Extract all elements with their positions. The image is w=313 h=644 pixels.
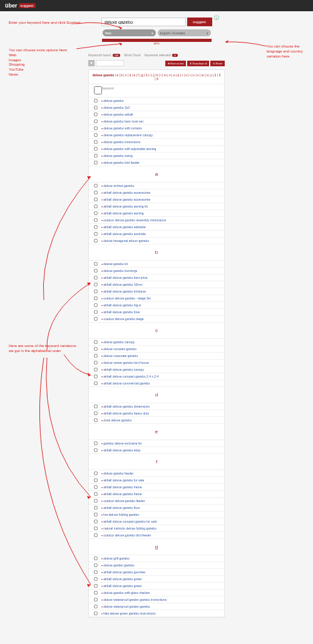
keyword-checkbox[interactable]: [94, 218, 98, 222]
keyword-link[interactable]: deluxe gazebo with curtains: [101, 126, 142, 130]
suggest-button[interactable]: suggest: [187, 18, 212, 26]
keyword-checkbox[interactable]: [94, 113, 98, 116]
keyword-checkbox[interactable]: [94, 340, 98, 344]
info-icon[interactable]: ⓘ: [214, 14, 219, 21]
keyword-checkbox[interactable]: [94, 448, 98, 452]
keyword-link[interactable]: kra deluxe folding gazebo: [101, 513, 139, 516]
keyword-link[interactable]: airball deluxe gazebo gutter: [101, 577, 142, 581]
keyword-checkbox[interactable]: [94, 126, 98, 130]
keyword-checkbox[interactable]: [94, 584, 98, 588]
keyword-link[interactable]: deluxe gazebo replacement canopy: [101, 133, 153, 137]
keyword-checkbox[interactable]: [94, 204, 98, 208]
keyword-link[interactable]: airball deluxe gazebo awning kit: [101, 204, 148, 208]
keyword-link[interactable]: deluxe gazebo canopy: [101, 340, 135, 344]
download-button[interactable]: ⬇ Download all: [187, 61, 209, 66]
tab-wordcloud[interactable]: Word Cloud: [124, 53, 140, 57]
keyword-link[interactable]: deluxe gazebo bunnings: [101, 269, 137, 273]
language-dropdown[interactable]: English / Australia▾: [158, 29, 211, 36]
keyword-checkbox[interactable]: [94, 526, 98, 530]
keyword-link[interactable]: deluxe hexagonal arbour gazebo: [101, 239, 149, 243]
keyword-link[interactable]: deluxe gazebo 3x3: [101, 106, 130, 109]
keyword-checkbox[interactable]: [94, 471, 98, 475]
alpha-nav[interactable]: deluxe gazebo | a | b | c | d | e | f | …: [89, 70, 224, 84]
keyword-link[interactable]: deluxe gazebo: [101, 99, 124, 103]
filter-input[interactable]: [96, 60, 124, 66]
keyword-checkbox[interactable]: [94, 133, 98, 137]
keyword-checkbox[interactable]: [94, 347, 98, 351]
keyword-checkbox[interactable]: [94, 147, 98, 151]
keyword-link[interactable]: outdoor deluxe gazebo assembly instructi…: [101, 218, 166, 222]
keyword-link[interactable]: deluxe gazebo kit: [101, 262, 128, 266]
keyword-link[interactable]: airball deluxe gazebo awning: [101, 211, 144, 215]
source-dropdown[interactable]: Web▾: [103, 29, 156, 36]
keyword-checkbox[interactable]: [94, 184, 98, 188]
keyword-link[interactable]: kika deluxe green gazebo instructions: [101, 611, 156, 615]
keyword-checkbox[interactable]: [94, 276, 98, 279]
keyword-input[interactable]: [101, 18, 186, 26]
keyword-checkbox[interactable]: [94, 154, 98, 158]
keyword-link[interactable]: airball deluxe gazebo heavy duty: [101, 411, 149, 415]
keyword-checkbox[interactable]: [94, 375, 98, 378]
keyword-link[interactable]: airball deluxe gazebo gumtree: [101, 570, 145, 574]
keyword-checkbox[interactable]: [94, 239, 98, 243]
keyword-link[interactable]: airball deluxe gazebo accessories: [101, 198, 150, 201]
keyword-checkbox[interactable]: [94, 198, 98, 201]
keyword-checkbox[interactable]: [94, 611, 98, 615]
keyword-checkbox[interactable]: [94, 296, 98, 300]
keyword-checkbox[interactable]: [94, 225, 98, 229]
keyword-checkbox[interactable]: [94, 513, 98, 516]
keyword-link[interactable]: airball deluxe gazebo best price: [101, 276, 147, 279]
keyword-checkbox[interactable]: [94, 591, 98, 595]
keyword-link[interactable]: deluxe gazebo instructions: [101, 140, 140, 144]
keyword-link[interactable]: deluxe gazebo with adjustable awning: [101, 147, 156, 151]
keyword-link[interactable]: airball deluxe gazebo green: [101, 584, 142, 588]
keyword-checkbox[interactable]: [94, 520, 98, 523]
keyword-link[interactable]: deluxe gazebo swing: [101, 154, 133, 158]
keyword-checkbox[interactable]: [94, 303, 98, 307]
keyword-checkbox[interactable]: [94, 269, 98, 273]
keyword-checkbox[interactable]: [94, 478, 98, 482]
keyword-checkbox[interactable]: [94, 605, 98, 608]
keyword-link[interactable]: deluxe grill gazebo: [101, 556, 130, 560]
keyword-checkbox[interactable]: [94, 262, 98, 266]
tab-selected[interactable]: Keywords selected: 0: [145, 53, 178, 57]
keyword-checkbox[interactable]: [94, 361, 98, 365]
keyword-link[interactable]: outdoor deluxe gazebo bird feeder: [101, 533, 151, 537]
keyword-checkbox[interactable]: [94, 106, 98, 109]
keyword-checkbox[interactable]: [94, 598, 98, 601]
keyword-link[interactable]: outdoor deluxe gazebo - beige 3m: [101, 296, 151, 300]
keyword-link[interactable]: airball deluxe gazebo for sale: [101, 478, 144, 482]
keyword-checkbox[interactable]: [94, 99, 98, 103]
keyword-link[interactable]: deluxe compact gazebo: [101, 347, 136, 351]
view-as-text-button[interactable]: ⊞ View as text: [165, 61, 187, 66]
keyword-link[interactable]: deluxe arched gazebo: [101, 184, 134, 188]
keyword-checkbox[interactable]: [94, 140, 98, 144]
keyword-link[interactable]: deluxe gazebo bird feeder: [101, 161, 140, 164]
keyword-link[interactable]: deluxe waterproof garden gazebo: [101, 605, 150, 608]
keyword-link[interactable]: airball deluxe gazebo ebay: [101, 448, 141, 452]
keyword-link[interactable]: airball deluxe compact gazebo for sale: [101, 520, 156, 523]
keyword-link[interactable]: deluxe corporate gazebo: [101, 354, 138, 358]
keyword-checkbox[interactable]: [94, 211, 98, 215]
keyword-checkbox[interactable]: [94, 492, 98, 496]
keyword-link[interactable]: airball deluxe gazebo 10mm: [101, 283, 143, 286]
keyword-checkbox[interactable]: [94, 310, 98, 314]
keyword-checkbox[interactable]: [94, 405, 98, 408]
keyword-checkbox[interactable]: [94, 354, 98, 358]
keyword-link[interactable]: airball deluxe gazebo adelaide: [101, 225, 146, 229]
keyword-link[interactable]: dune deluxe gazebo: [101, 418, 131, 422]
filter-icon[interactable]: ▼: [88, 60, 95, 66]
keyword-checkbox[interactable]: [94, 506, 98, 510]
keyword-checkbox[interactable]: [94, 577, 98, 581]
keyword-checkbox[interactable]: [94, 556, 98, 560]
keyword-link[interactable]: deluxe center gazebo bird house: [101, 361, 149, 365]
keyword-checkbox[interactable]: [94, 499, 98, 503]
keyword-link[interactable]: deluxe gazebo best most set: [101, 119, 143, 123]
keyword-link[interactable]: airball deluxe gazebo dimensions: [101, 405, 150, 408]
keyword-checkbox[interactable]: [94, 161, 98, 164]
keyword-checkbox[interactable]: [94, 441, 98, 445]
keyword-link[interactable]: airball deluxe gazebo brisbane: [101, 289, 146, 293]
keyword-link[interactable]: gazebo deluxe exclusive kit: [101, 441, 141, 445]
keyword-link[interactable]: natural instincts deluxe folding gazebo: [101, 526, 156, 530]
keyword-checkbox[interactable]: [94, 232, 98, 236]
